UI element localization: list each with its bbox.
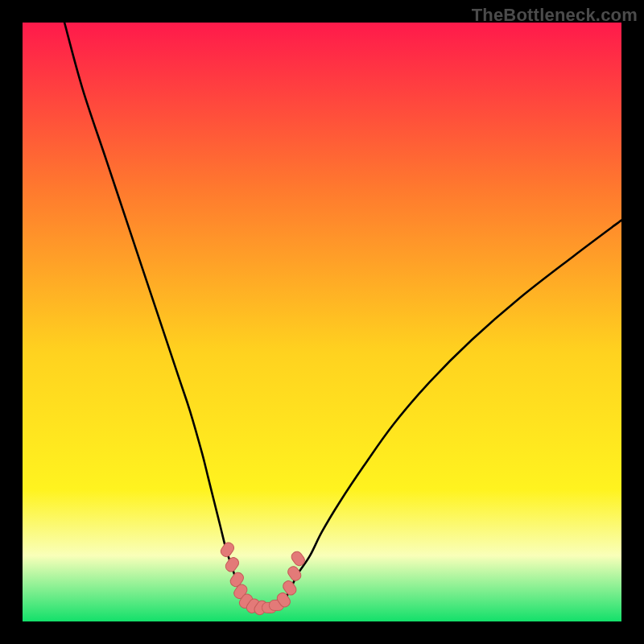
plot-area [23,23,621,621]
chart-svg [23,23,621,621]
outer-frame: TheBottleneck.com [0,0,644,644]
watermark-text: TheBottleneck.com [472,5,638,26]
